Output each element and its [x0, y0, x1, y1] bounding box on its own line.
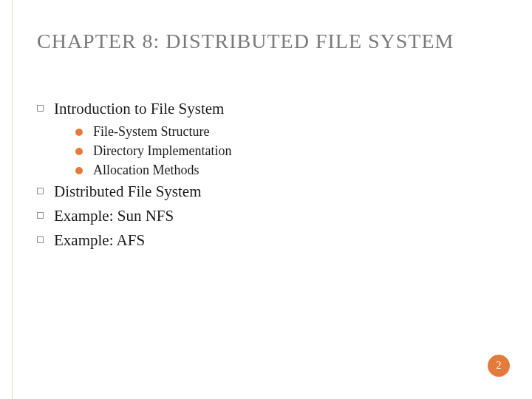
list-item-label: Example: Sun NFS: [54, 207, 174, 225]
sub-list: File-System Structure Directory Implemen…: [75, 124, 502, 178]
list-item-label: Introduction to File System: [54, 100, 224, 118]
list-item: Allocation Methods: [75, 163, 502, 178]
list-item-label: Distributed File System: [54, 183, 202, 201]
list-item-label: File-System Structure: [93, 124, 209, 140]
dot-bullet-icon: [75, 167, 83, 174]
list-item: Distributed File System: [37, 183, 502, 201]
list-item: Example: AFS: [37, 231, 502, 250]
slide-title: CHAPTER 8: DISTRIBUTED FILE SYSTEM: [37, 28, 502, 54]
square-bullet-icon: [37, 188, 44, 194]
outline-content: Introduction to File System File-System …: [37, 100, 502, 256]
list-item-label: Directory Implementation: [93, 143, 231, 159]
list-item: Directory Implementation: [75, 143, 502, 159]
list-item: File-System Structure: [75, 124, 502, 140]
dot-bullet-icon: [75, 148, 83, 155]
list-item: Introduction to File System: [37, 100, 502, 118]
list-item-label: Allocation Methods: [93, 163, 199, 178]
square-bullet-icon: [37, 236, 44, 243]
page-number-badge: 2: [488, 355, 510, 377]
list-item: Example: Sun NFS: [37, 207, 502, 225]
vertical-rule: [12, 0, 13, 399]
list-item-label: Example: AFS: [54, 231, 145, 250]
square-bullet-icon: [37, 105, 44, 112]
dot-bullet-icon: [75, 129, 83, 136]
page-number: 2: [497, 360, 502, 372]
square-bullet-icon: [37, 212, 44, 219]
